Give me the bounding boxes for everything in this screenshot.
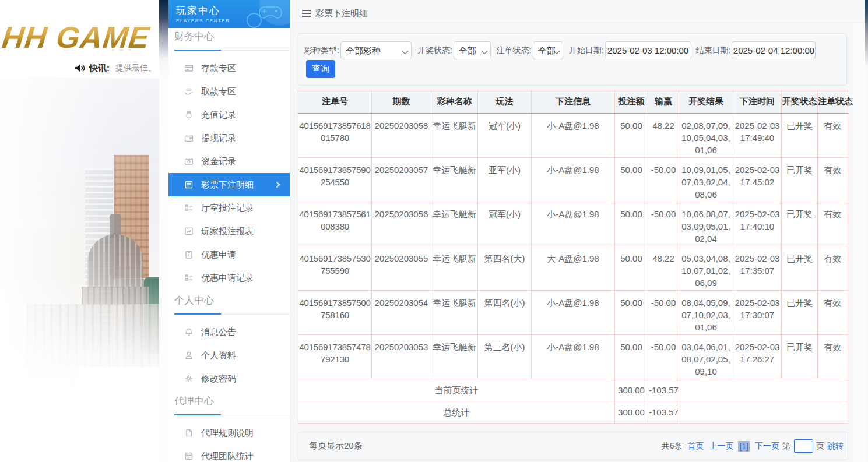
- cell: 401569173857530755590: [298, 246, 372, 291]
- cell: 2025-02-03 17:35:07: [733, 246, 782, 291]
- sidebar-item-label: 厅室投注记录: [201, 203, 254, 214]
- table-row: 40156917385750075816020250203054幸运飞艇新第四名…: [298, 291, 848, 335]
- funds-icon: [184, 157, 194, 166]
- cell: 小-A盘@1.98: [532, 158, 615, 202]
- sidebar-item-promo-record[interactable]: 优惠申请记录: [168, 266, 290, 290]
- cell: 幸运飞艇新: [431, 202, 478, 246]
- first-page-link[interactable]: 首页: [687, 441, 704, 452]
- sidebar-item-moneybag[interactable]: 充值记录: [168, 103, 290, 126]
- lottery-type-select[interactable]: 全部彩种: [340, 41, 412, 59]
- table-row: 40156917385761801578020250203058幸运飞艇新冠军(…: [298, 114, 848, 158]
- sidebar-item-wallet[interactable]: 提现记录: [168, 126, 290, 150]
- cell: 50.00: [615, 202, 648, 246]
- summary-empty: [679, 401, 848, 424]
- bell-icon: [184, 327, 194, 337]
- cell: 50.00: [615, 335, 648, 379]
- cell: -50.00: [648, 335, 679, 379]
- jump-suffix-text: 页: [816, 441, 824, 452]
- sidebar-item-user[interactable]: 个人资料: [168, 344, 290, 367]
- wallet-icon: [184, 133, 194, 143]
- sidebar-item-label: 个人资料: [201, 350, 236, 361]
- current-page-summary-row: 当前页统计300.00-103.57: [298, 379, 848, 401]
- cell: 2025-02-03 17:30:07: [733, 291, 782, 335]
- col-header: 输赢: [648, 90, 679, 114]
- order-status-select[interactable]: 全部: [533, 41, 563, 59]
- sidebar-item-hall-bet-record[interactable]: 厅室投注记录: [168, 196, 290, 220]
- cell: 小-A盘@1.98: [532, 114, 615, 158]
- cell: 2025-02-03 17:45:02: [733, 158, 782, 202]
- table-row: 40156917385756100838020250203056幸运飞艇新冠军(…: [298, 202, 848, 246]
- summary-win-loss: -103.57: [648, 379, 679, 401]
- sidebar-item-promo-apply[interactable]: 优惠申请: [168, 243, 290, 266]
- page-bg-edge-left: [159, 0, 168, 462]
- sidebar-item-agent-team-stats[interactable]: 代理团队统计: [168, 445, 290, 462]
- filter-panel: 彩种类型: 全部彩种 开奖状态: 全部 注单状态: 全部 开始日期: 结束日期:…: [298, 33, 847, 86]
- cell: 401569173857590254550: [298, 158, 372, 202]
- sidebar-item-gear[interactable]: 修改密码: [168, 367, 290, 390]
- page-title: 彩票下注明细: [315, 8, 368, 19]
- cell: 02,08,07,09,10,05,04,03,01,06: [679, 114, 733, 158]
- cell: 03,04,06,01,08,07,02,05,09,10: [679, 335, 733, 379]
- sidebar-item-deposit-card[interactable]: 存款专区: [168, 57, 290, 80]
- pagination-bar: 每页显示20条 共6条 首页 上一页 [1] 下一页 第 页 跳转: [298, 432, 848, 460]
- agent-rules-icon: [184, 428, 194, 438]
- gear-icon: [184, 374, 194, 383]
- promo-apply-icon: [184, 250, 194, 259]
- end-date-input[interactable]: [732, 41, 816, 59]
- prev-page-link[interactable]: 上一页: [709, 441, 733, 452]
- cell: 第四名(大): [478, 246, 532, 291]
- cell: 48.22: [648, 114, 679, 158]
- col-header: 下注信息: [532, 90, 615, 114]
- draw-status-select[interactable]: 全部: [454, 41, 491, 59]
- hh-game-logo: HH GAME: [1, 20, 152, 55]
- cell: -50.00: [648, 291, 679, 335]
- sidebar-item-agent-rules[interactable]: 代理规则说明: [168, 421, 290, 445]
- sidebar-section-title: 财务中心: [174, 30, 290, 51]
- cell: 已开奖: [782, 202, 818, 246]
- summary-bet-total: 300.00: [615, 401, 648, 424]
- cell: 401569173857561008380: [298, 202, 372, 246]
- ticker-label: 快讯:: [89, 63, 110, 74]
- next-page-link[interactable]: 下一页: [755, 441, 779, 452]
- col-header: 注单号: [298, 90, 372, 114]
- cell: 48.22: [648, 246, 679, 291]
- cell: 亚军(小): [478, 158, 532, 202]
- content-topbar: 彩票下注明细: [290, 0, 865, 23]
- table-row: 40156917385759025455020250203057幸运飞艇新亚军(…: [298, 158, 848, 202]
- speaker-icon: [75, 64, 85, 73]
- sidebar-item-bell[interactable]: 消息公告: [168, 320, 290, 344]
- cell: 401569173857618015780: [298, 114, 372, 158]
- sidebar-item-label: 提现记录: [201, 133, 236, 144]
- sidebar-item-funds[interactable]: 资金记录: [168, 150, 290, 173]
- start-date-input[interactable]: [605, 41, 691, 59]
- ticker-text: 提供最佳、: [115, 63, 156, 73]
- cell: 已开奖: [782, 158, 818, 202]
- col-header: 玩法: [478, 90, 532, 114]
- col-header: 期数: [372, 90, 431, 114]
- moneybag-icon: [184, 110, 194, 119]
- summary-bet-total: 300.00: [615, 379, 648, 401]
- sidebar-item-label: 修改密码: [201, 373, 236, 385]
- sidebar-item-label: 充值记录: [201, 110, 236, 121]
- page-number-input[interactable]: [794, 439, 813, 453]
- jump-button[interactable]: 跳转: [827, 441, 844, 452]
- cell: -50.00: [648, 202, 679, 246]
- bet-records-table: 注单号期数彩种名称玩法下注信息投注额输赢开奖结果下注时间开奖状态注单状态 401…: [298, 90, 848, 424]
- menu-toggle-icon[interactable]: [302, 10, 311, 17]
- sidebar-item-player-bet-report[interactable]: 玩家投注报表: [168, 220, 290, 243]
- summary-label: 当前页统计: [298, 379, 615, 401]
- sidebar-item-label: 消息公告: [201, 327, 236, 338]
- sidebar-item-withdraw-hand[interactable]: 取款专区: [168, 80, 290, 103]
- gamepad-icon: [258, 3, 283, 21]
- sidebar-item-lottery-bet-detail[interactable]: 彩票下注明细: [168, 173, 290, 196]
- cell: 20250203053: [372, 335, 431, 379]
- search-button[interactable]: 查询: [306, 60, 335, 78]
- cell: 20250203058: [372, 114, 431, 158]
- cell: 50.00: [615, 114, 648, 158]
- cell: 大-A盘@1.98: [532, 246, 615, 291]
- sidebar-item-label: 代理团队统计: [201, 451, 254, 462]
- cell: 401569173857500758160: [298, 291, 372, 335]
- player-bet-report-icon: [184, 227, 194, 236]
- cell: 08,04,05,09,07,10,02,03,01,06: [679, 291, 733, 335]
- jump-prefix-text: 第: [782, 441, 790, 452]
